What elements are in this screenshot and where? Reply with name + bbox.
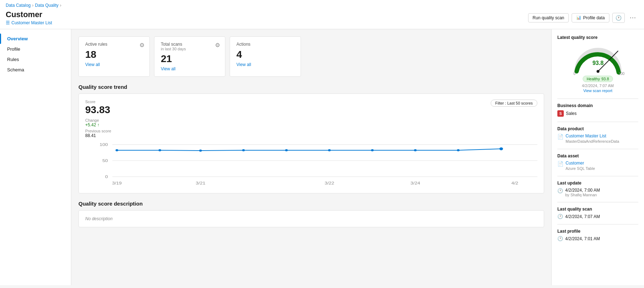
- data-asset-sub: Azure SQL Table: [566, 166, 595, 171]
- run-quality-scan-button[interactable]: Run quality scan: [528, 13, 569, 22]
- data-product-name[interactable]: Customer Master List: [566, 133, 619, 138]
- sidebar-item-schema[interactable]: Schema: [0, 65, 71, 75]
- page-title-section: Customer ☰ Customer Master List: [6, 10, 52, 25]
- svg-text:3/19: 3/19: [112, 181, 122, 185]
- quality-score-section-title: Quality score trend: [78, 84, 544, 90]
- total-scans-card: Total scans in last 30 days ⚙ 21 View al…: [154, 36, 225, 77]
- breadcrumb-data-catalog[interactable]: Data Catalog: [6, 3, 31, 8]
- view-scan-report-link[interactable]: View scan report: [583, 89, 613, 93]
- svg-text:100: 100: [99, 142, 108, 147]
- svg-point-10: [285, 149, 288, 151]
- sidebar-item-rules[interactable]: Rules: [0, 54, 71, 65]
- chart-score-label: Score: [85, 100, 111, 104]
- actions-link[interactable]: View all: [236, 62, 251, 67]
- main-content: Active rules ⚙ 18 View all Total scans i…: [71, 29, 551, 285]
- svg-text:50: 50: [102, 158, 108, 163]
- svg-point-8: [199, 150, 202, 152]
- last-update-icon: 🕐: [557, 188, 563, 193]
- chart-score-value: 93.83: [85, 104, 111, 116]
- last-profile-section: Last profile 🕐 4/2/2024, 7:01 AM: [557, 229, 638, 241]
- data-asset-title: Data asset: [557, 153, 638, 158]
- svg-point-12: [371, 149, 374, 151]
- breadcrumb: Data Catalog › Data Quality ›: [6, 3, 61, 8]
- profile-data-button[interactable]: 📊 Profile data: [572, 13, 609, 22]
- sidebar-item-profile[interactable]: Profile: [0, 44, 71, 54]
- chart-prev-value: 88.41: [85, 133, 111, 138]
- divider-3: [557, 149, 638, 149]
- chart-change-value: +5.42 ↑: [85, 122, 111, 127]
- domain-badge: S: [557, 110, 564, 117]
- svg-point-13: [414, 149, 417, 151]
- active-rules-title: Active rules: [85, 42, 143, 47]
- sidebar-item-overview[interactable]: Overview: [0, 34, 71, 44]
- last-quality-scan-section: Last quality scan 🕐 4/2/2024, 7:07 AM: [557, 207, 638, 219]
- svg-text:3/22: 3/22: [324, 181, 334, 185]
- gauge-badge: Healthy 93.8: [583, 76, 613, 82]
- chart-change-label: Change: [85, 118, 111, 122]
- history-button[interactable]: 🕐: [612, 13, 625, 23]
- actions-title: Actions: [236, 42, 294, 47]
- svg-text:3/24: 3/24: [410, 181, 420, 185]
- chart-prev-label: Previous score: [85, 129, 111, 133]
- last-quality-scan-icon: 🕐: [557, 214, 563, 219]
- svg-point-11: [328, 149, 331, 151]
- last-quality-scan-date: 4/2/2024, 7:07 AM: [565, 214, 600, 219]
- breadcrumb-data-quality[interactable]: Data Quality: [35, 3, 58, 8]
- last-update-title: Last update: [557, 181, 638, 186]
- data-asset-icon: 📄: [557, 161, 563, 167]
- svg-text:100: 100: [618, 72, 624, 75]
- description-section-title: Quality score description: [78, 201, 544, 207]
- page-subtitle[interactable]: Customer Master List: [11, 20, 52, 25]
- svg-text:0: 0: [105, 175, 108, 179]
- svg-text:3/21: 3/21: [196, 181, 205, 185]
- last-profile-icon: 🕐: [557, 236, 563, 241]
- chart-card: Score 93.83 Change +5.42 ↑ Previous scor…: [78, 94, 544, 193]
- svg-point-6: [116, 149, 118, 151]
- total-scans-value: 21: [161, 53, 219, 65]
- data-product-sub: MasterDataAndReferenceData: [566, 139, 619, 143]
- chart-svg: 100 50 0: [85, 141, 537, 187]
- header-actions: Run quality scan 📊 Profile data 🕐 ···: [528, 12, 638, 23]
- svg-point-14: [457, 149, 460, 151]
- last-quality-scan-title: Last quality scan: [557, 207, 638, 212]
- svg-text:93.8: 93.8: [592, 60, 603, 66]
- last-profile-date: 4/2/2024, 7:01 AM: [565, 236, 600, 241]
- data-asset-name[interactable]: Customer: [566, 161, 595, 166]
- divider-1: [557, 98, 638, 99]
- no-description: No description: [85, 216, 537, 221]
- description-card: No description: [78, 210, 544, 227]
- total-scans-link[interactable]: View all: [161, 66, 175, 71]
- svg-point-15: [499, 147, 503, 150]
- last-update-section: Last update 🕐 4/2/2024, 7:00 AM by Shafi…: [557, 181, 638, 197]
- sidebar: Overview Profile Rules Schema: [0, 29, 71, 285]
- right-panel: Latest quality score 0 100 93.8: [551, 29, 644, 285]
- gauge-container: 0 100 93.8 Healthy 93.8 4/2/2024, 7:07 A…: [557, 43, 638, 93]
- data-asset-section: Data asset 📄 Customer Azure SQL Table: [557, 153, 638, 171]
- filter-button[interactable]: Filter : Last 50 scores: [491, 100, 537, 107]
- active-rules-link[interactable]: View all: [85, 62, 100, 67]
- more-options-button[interactable]: ···: [628, 12, 638, 23]
- svg-point-9: [242, 149, 245, 151]
- business-domain-title: Business domain: [557, 103, 638, 108]
- last-update-by: by Shafiq Mannan: [565, 193, 600, 197]
- divider-6: [557, 224, 638, 224]
- last-update-date: 4/2/2024, 7:00 AM: [565, 188, 600, 193]
- data-product-title: Data product: [557, 126, 638, 131]
- gauge-svg: 0 100 93.8: [569, 43, 627, 75]
- active-rules-card: Active rules ⚙ 18 View all: [78, 36, 150, 77]
- svg-text:4/2: 4/2: [511, 181, 518, 185]
- svg-point-22: [597, 70, 599, 73]
- active-rules-value: 18: [85, 49, 143, 60]
- total-scans-icon: ⚙: [215, 42, 220, 49]
- svg-point-7: [158, 149, 161, 151]
- total-scans-title: Total scans: [161, 42, 219, 47]
- domain-label: Sales: [566, 111, 577, 116]
- actions-card: Actions 4 View all: [230, 36, 301, 77]
- latest-score-title: Latest quality score: [557, 35, 638, 40]
- active-rules-icon: ⚙: [139, 42, 144, 49]
- last-profile-title: Last profile: [557, 229, 638, 234]
- actions-value: 4: [236, 49, 294, 60]
- chart-area: 100 50 0: [85, 141, 537, 187]
- subtitle-icon: ☰: [6, 20, 10, 25]
- cards-row: Active rules ⚙ 18 View all Total scans i…: [78, 36, 544, 77]
